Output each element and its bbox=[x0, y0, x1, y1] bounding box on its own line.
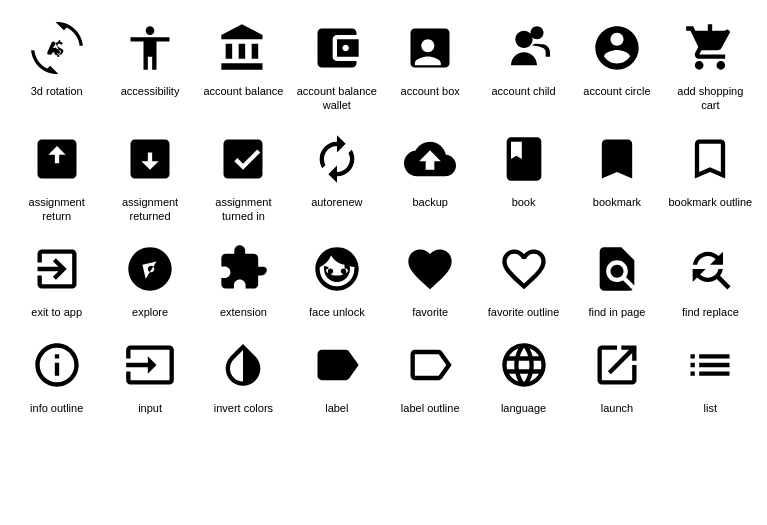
explore-icon bbox=[120, 239, 180, 299]
icon-cell-3d-rotation: 3d rotation bbox=[10, 10, 103, 121]
find-replace-label: find replace bbox=[682, 305, 739, 319]
favorite-outline-icon bbox=[494, 239, 554, 299]
icon-cell-find-in-page: find in page bbox=[570, 231, 663, 327]
icon-cell-assignment-return: assignment return bbox=[10, 121, 103, 232]
list-icon bbox=[680, 335, 740, 395]
3d-rotation-label: 3d rotation bbox=[31, 84, 83, 98]
list-label: list bbox=[704, 401, 717, 415]
account-balance-label: account balance bbox=[203, 84, 283, 98]
invert-colors-icon bbox=[213, 335, 273, 395]
icon-cell-favorite-outline: favorite outline bbox=[477, 231, 570, 327]
account-balance-wallet-label: account balance wallet bbox=[294, 84, 379, 113]
account-circle-icon bbox=[587, 18, 647, 78]
3d-rotation-icon bbox=[27, 18, 87, 78]
icon-cell-account-child: account child bbox=[477, 10, 570, 121]
label-icon bbox=[307, 335, 367, 395]
account-child-icon bbox=[494, 18, 554, 78]
accessibility-label: accessibility bbox=[121, 84, 180, 98]
extension-label: extension bbox=[220, 305, 267, 319]
icon-cell-find-replace: find replace bbox=[664, 231, 757, 327]
icon-cell-add-shopping-cart: add shopping cart bbox=[664, 10, 757, 121]
icon-cell-assignment-returned: assignment returned bbox=[103, 121, 196, 232]
info-outline-icon bbox=[27, 335, 87, 395]
icon-cell-bookmark: bookmark bbox=[570, 121, 663, 232]
backup-label: backup bbox=[412, 195, 447, 209]
bookmark-outline-icon bbox=[680, 129, 740, 189]
icon-cell-exit-to-app: exit to app bbox=[10, 231, 103, 327]
account-circle-label: account circle bbox=[583, 84, 650, 98]
exit-to-app-label: exit to app bbox=[31, 305, 82, 319]
favorite-outline-label: favorite outline bbox=[488, 305, 560, 319]
input-label: input bbox=[138, 401, 162, 415]
icon-cell-input: input bbox=[103, 327, 196, 423]
backup-icon bbox=[400, 129, 460, 189]
info-outline-label: info outline bbox=[30, 401, 83, 415]
icon-cell-account-balance: account balance bbox=[197, 10, 290, 121]
label-outline-icon bbox=[400, 335, 460, 395]
label-outline-label: label outline bbox=[401, 401, 460, 415]
language-label: language bbox=[501, 401, 546, 415]
bookmark-label: bookmark bbox=[593, 195, 641, 209]
bookmark-icon bbox=[587, 129, 647, 189]
invert-colors-label: invert colors bbox=[214, 401, 273, 415]
icon-cell-accessibility: accessibility bbox=[103, 10, 196, 121]
language-icon bbox=[494, 335, 554, 395]
account-balance-wallet-icon bbox=[307, 18, 367, 78]
icon-cell-assignment-turned-in: assignment turned in bbox=[197, 121, 290, 232]
icon-cell-invert-colors: invert colors bbox=[197, 327, 290, 423]
account-box-icon bbox=[400, 18, 460, 78]
icon-cell-face-unlock: face unlock bbox=[290, 231, 383, 327]
icon-cell-label-outline: label outline bbox=[384, 327, 477, 423]
extension-icon bbox=[213, 239, 273, 299]
bookmark-outline-label: bookmark outline bbox=[668, 195, 752, 209]
icon-cell-language: language bbox=[477, 327, 570, 423]
assignment-returned-icon bbox=[120, 129, 180, 189]
account-child-label: account child bbox=[491, 84, 555, 98]
icon-cell-launch: launch bbox=[570, 327, 663, 423]
face-unlock-icon bbox=[307, 239, 367, 299]
icon-cell-bookmark-outline: bookmark outline bbox=[664, 121, 757, 232]
find-replace-icon bbox=[680, 239, 740, 299]
autorenew-icon bbox=[307, 129, 367, 189]
assignment-return-label: assignment return bbox=[14, 195, 99, 224]
face-unlock-label: face unlock bbox=[309, 305, 365, 319]
icon-cell-extension: extension bbox=[197, 231, 290, 327]
icon-cell-account-circle: account circle bbox=[570, 10, 663, 121]
launch-icon bbox=[587, 335, 647, 395]
icon-cell-account-box: account box bbox=[384, 10, 477, 121]
icon-cell-book: book bbox=[477, 121, 570, 232]
add-shopping-cart-icon bbox=[680, 18, 740, 78]
accessibility-icon bbox=[120, 18, 180, 78]
favorite-label: favorite bbox=[412, 305, 448, 319]
icon-cell-label: label bbox=[290, 327, 383, 423]
icon-cell-autorenew: autorenew bbox=[290, 121, 383, 232]
icon-cell-info-outline: info outline bbox=[10, 327, 103, 423]
icon-cell-list: list bbox=[664, 327, 757, 423]
account-balance-icon bbox=[213, 18, 273, 78]
icon-cell-explore: explore bbox=[103, 231, 196, 327]
find-in-page-icon bbox=[587, 239, 647, 299]
icon-cell-account-balance-wallet: account balance wallet bbox=[290, 10, 383, 121]
icon-grid: 3d rotation accessibility account balanc… bbox=[10, 10, 757, 424]
favorite-icon bbox=[400, 239, 460, 299]
assignment-return-icon bbox=[27, 129, 87, 189]
icon-cell-favorite: favorite bbox=[384, 231, 477, 327]
book-icon bbox=[494, 129, 554, 189]
assignment-turned-in-icon bbox=[213, 129, 273, 189]
account-box-label: account box bbox=[401, 84, 460, 98]
label-label: label bbox=[325, 401, 348, 415]
autorenew-label: autorenew bbox=[311, 195, 362, 209]
icon-cell-backup: backup bbox=[384, 121, 477, 232]
input-icon bbox=[120, 335, 180, 395]
launch-label: launch bbox=[601, 401, 633, 415]
explore-label: explore bbox=[132, 305, 168, 319]
find-in-page-label: find in page bbox=[588, 305, 645, 319]
assignment-turned-in-label: assignment turned in bbox=[201, 195, 286, 224]
book-label: book bbox=[512, 195, 536, 209]
assignment-returned-label: assignment returned bbox=[107, 195, 192, 224]
exit-to-app-icon bbox=[27, 239, 87, 299]
add-shopping-cart-label: add shopping cart bbox=[668, 84, 753, 113]
